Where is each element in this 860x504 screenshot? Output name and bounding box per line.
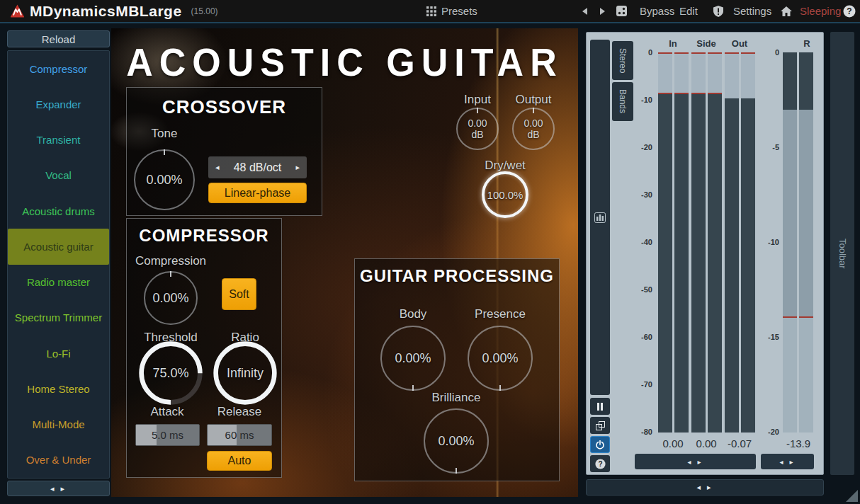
alert-button[interactable] [713, 0, 723, 22]
plugin-window: MDynamicsMBLarge (15.00) Presets Bypass … [0, 0, 860, 504]
plugin-version: (15.00) [191, 6, 218, 16]
slope-prev-icon[interactable]: ◂ [215, 163, 220, 172]
sidebar-item-over-under[interactable]: Over & Under [8, 442, 109, 478]
arrow-right-icon [599, 7, 606, 16]
input-value: 0.00 [468, 118, 487, 129]
input-unit: dB [471, 129, 483, 140]
device-heading: ACOUSTIC GUITAR [111, 40, 578, 85]
ratio-knob[interactable]: Infinity [216, 344, 274, 402]
sidebar-item-transient[interactable]: Transient [8, 122, 109, 158]
sidebar-item-home-stereo[interactable]: Home Stereo [8, 371, 109, 406]
ratio-value: Infinity [227, 366, 264, 381]
settings-button[interactable]: Settings [733, 0, 771, 22]
prev-preset-button[interactable] [581, 0, 588, 22]
meter-zoom-scrollbar[interactable]: ◂ ▸ [635, 454, 756, 469]
crossover-title: CROSSOVER [127, 96, 322, 118]
scale-tick: -50 [624, 285, 652, 294]
sidebar-item-acoustic-drums[interactable]: Acoustic drums [8, 193, 109, 229]
plugin-name: MDynamicsMBLarge [30, 3, 182, 20]
sidebar-item-lo-fi[interactable]: Lo-Fi [8, 336, 109, 371]
power-button[interactable] [590, 436, 610, 453]
tab-stereo[interactable]: Stereo [612, 41, 633, 80]
body-label: Body [378, 307, 448, 321]
presets-label: Presets [441, 5, 477, 17]
scale-tick: -60 [624, 333, 652, 341]
main-editor-area: ACOUSTIC GUITAR CROSSOVER Tone 0.00% ◂ 4… [111, 28, 578, 497]
body-knob[interactable]: 0.00% [380, 326, 446, 391]
attack-value: 5.0 ms [152, 429, 183, 441]
reload-button[interactable]: Reload [7, 30, 110, 47]
brilliance-knob[interactable]: 0.00% [424, 408, 489, 474]
r-scale-tick: 0 [751, 48, 779, 57]
output-knob[interactable]: 0.00dB [512, 108, 555, 150]
scale-tick: -10 [624, 96, 652, 104]
sidebar-item-spectrum-trimmer[interactable]: Spectrum Trimmer [8, 300, 109, 336]
peak-value-out: -0.07 [720, 437, 759, 449]
sleeping-indicator[interactable]: Sleeping [800, 0, 841, 22]
resize-handle[interactable] [846, 490, 858, 502]
presence-value: 0.00% [482, 351, 518, 366]
compression-knob[interactable]: 0.00% [144, 271, 198, 325]
help-button[interactable]: ? [843, 0, 856, 22]
compressor-title: COMPRESSOR [127, 226, 281, 246]
arrow-left-icon [581, 7, 588, 16]
linear-phase-button[interactable]: Linear-phase [208, 183, 307, 203]
svg-text:?: ? [847, 6, 851, 16]
knob-tick [170, 271, 171, 277]
sidebar-item-expander[interactable]: Expander [8, 86, 109, 122]
sidebar-item-multi-mode[interactable]: Multi-Mode [8, 407, 109, 442]
meter-panel-scrollbar[interactable]: ◂ ▸ [586, 479, 824, 496]
sidebar-item-vocal[interactable]: Vocal [8, 158, 109, 193]
meter-help-button[interactable]: ? [590, 455, 610, 472]
meter-col-label-r: R [791, 38, 822, 49]
presence-label: Presence [465, 307, 536, 321]
sidebar-item-compressor[interactable]: Compressor [8, 51, 109, 86]
sidebar-item-acoustic-guitar[interactable]: Acoustic guitar [8, 229, 109, 264]
next-preset-button[interactable] [599, 0, 606, 22]
meter-bar-r-l [783, 52, 797, 433]
threshold-knob[interactable]: 75.0% [142, 344, 200, 402]
crossover-slope-selector[interactable]: ◂ 48 dB/oct ▸ [208, 156, 307, 178]
analyzer-toggle-bar[interactable] [590, 40, 610, 395]
crossover-panel: CROSSOVER Tone 0.00% ◂ 48 dB/oct ▸ Linea… [126, 87, 322, 216]
attack-slider[interactable]: 5.0 ms [135, 424, 200, 446]
knob-tick [456, 468, 457, 474]
randomize-button[interactable] [616, 0, 628, 22]
pause-button[interactable] [590, 398, 610, 415]
slope-next-icon[interactable]: ▸ [295, 163, 300, 172]
drywet-label: Dry/wet [477, 159, 533, 173]
home-button[interactable] [781, 0, 792, 22]
tone-knob[interactable]: 0.00% [134, 149, 195, 210]
question-circle-icon: ? [843, 5, 856, 18]
knob-tick [412, 385, 414, 391]
knob-tick [533, 108, 534, 113]
bypass-button[interactable]: Bypass [640, 0, 674, 22]
compression-value: 0.00% [152, 291, 188, 306]
meter-col-label-out: Out [724, 38, 755, 49]
input-knob[interactable]: 0.00dB [456, 108, 499, 150]
presets-button[interactable]: Presets [426, 0, 477, 22]
auto-release-button[interactable]: Auto [207, 451, 272, 471]
shield-exclamation-icon [713, 6, 723, 17]
detach-window-button[interactable] [590, 417, 610, 434]
dice-icon [616, 5, 628, 17]
toolbar-tab[interactable]: Toolbar [830, 32, 854, 475]
release-label: Release [204, 405, 275, 419]
title-bar: MDynamicsMBLarge (15.00) Presets Bypass … [0, 0, 860, 23]
brilliance-value: 0.00% [438, 434, 474, 449]
pause-icon [596, 403, 604, 411]
edit-button[interactable]: Edit [679, 0, 698, 22]
windows-icon [596, 421, 605, 430]
presence-knob[interactable]: 0.00% [468, 326, 533, 391]
scale-tick: 0 [624, 48, 652, 57]
sidebar-item-radio-master[interactable]: Radio master [8, 265, 109, 300]
release-slider[interactable]: 60 ms [207, 424, 272, 446]
drywet-knob[interactable]: 100.0% [482, 171, 528, 218]
brilliance-label: Brilliance [421, 391, 492, 405]
meter-bar-out-l [725, 52, 739, 433]
soft-mode-button[interactable]: Soft [222, 278, 256, 310]
r-meter-zoom-scrollbar[interactable]: ◂ ▸ [761, 454, 814, 469]
knob-tick [164, 149, 165, 155]
sidebar-scrollbar[interactable]: ◂ ▸ [7, 481, 110, 496]
question-circle-icon: ? [595, 459, 606, 469]
